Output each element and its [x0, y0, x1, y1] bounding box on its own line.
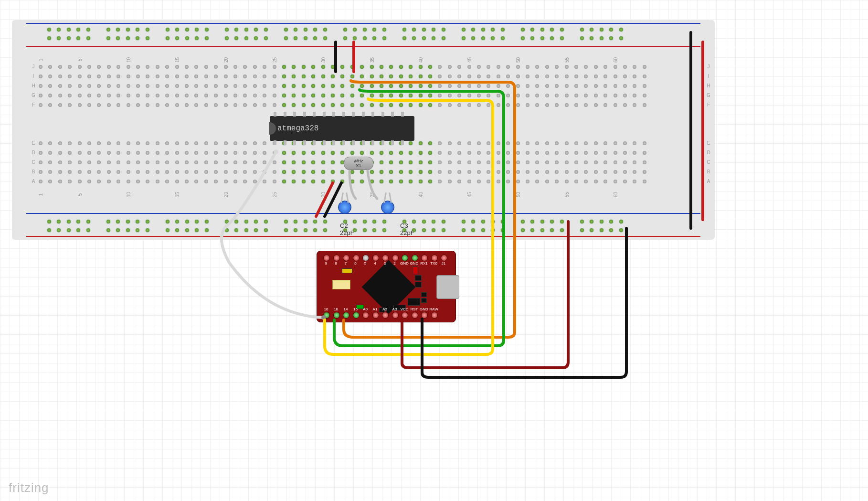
- breadboard-hole[interactable]: [419, 170, 423, 174]
- breadboard-hole[interactable]: [78, 75, 82, 78]
- breadboard-hole[interactable]: [399, 151, 403, 155]
- breadboard-hole[interactable]: [225, 28, 229, 32]
- chip-pin[interactable]: [313, 140, 316, 145]
- breadboard-hole[interactable]: [273, 103, 276, 107]
- mcu-pin-16[interactable]: [333, 312, 340, 319]
- breadboard-hole[interactable]: [205, 220, 209, 224]
- breadboard-hole[interactable]: [244, 228, 248, 232]
- breadboard-hole[interactable]: [321, 103, 325, 107]
- breadboard-hole[interactable]: [614, 84, 617, 88]
- breadboard-hole[interactable]: [156, 141, 159, 145]
- breadboard-hole[interactable]: [643, 170, 646, 174]
- breadboard-hole[interactable]: [540, 228, 544, 232]
- breadboard-hole[interactable]: [331, 65, 335, 69]
- chip-pin[interactable]: [293, 112, 296, 117]
- breadboard-hole[interactable]: [225, 220, 229, 224]
- breadboard-hole[interactable]: [419, 65, 423, 69]
- breadboard-hole[interactable]: [380, 65, 383, 69]
- mcu-pin-14[interactable]: [343, 312, 349, 319]
- breadboard-hole[interactable]: [580, 36, 584, 40]
- breadboard-hole[interactable]: [225, 228, 229, 232]
- breadboard-hole[interactable]: [399, 75, 403, 78]
- breadboard-hole[interactable]: [594, 180, 598, 183]
- breadboard-hole[interactable]: [600, 36, 603, 40]
- breadboard-hole[interactable]: [619, 220, 623, 224]
- breadboard-hole[interactable]: [516, 103, 520, 107]
- chip-pin[interactable]: [293, 140, 296, 145]
- breadboard-hole[interactable]: [126, 36, 130, 40]
- breadboard-hole[interactable]: [136, 84, 140, 88]
- breadboard-hole[interactable]: [497, 75, 500, 78]
- breadboard-hole[interactable]: [419, 94, 423, 97]
- breadboard-hole[interactable]: [323, 36, 327, 40]
- breadboard-hole[interactable]: [526, 94, 529, 97]
- breadboard-hole[interactable]: [565, 141, 569, 145]
- breadboard-hole[interactable]: [565, 170, 569, 174]
- chip-pin[interactable]: [371, 140, 374, 145]
- chip-pin[interactable]: [274, 112, 276, 117]
- breadboard-hole[interactable]: [87, 84, 91, 88]
- breadboard-hole[interactable]: [253, 151, 257, 155]
- breadboard-hole[interactable]: [467, 151, 471, 155]
- breadboard-hole[interactable]: [146, 228, 149, 232]
- breadboard-hole[interactable]: [136, 160, 140, 164]
- mcu-pin-rx1[interactable]: [421, 255, 428, 261]
- breadboard-hole[interactable]: [370, 65, 374, 69]
- breadboard-hole[interactable]: [574, 141, 578, 145]
- breadboard-hole[interactable]: [448, 84, 452, 88]
- breadboard-hole[interactable]: [302, 160, 306, 164]
- breadboard-hole[interactable]: [370, 103, 374, 107]
- breadboard-hole[interactable]: [302, 180, 306, 183]
- breadboard-hole[interactable]: [331, 151, 335, 155]
- breadboard-hole[interactable]: [540, 220, 544, 224]
- breadboard-hole[interactable]: [399, 94, 403, 97]
- breadboard-hole[interactable]: [526, 84, 529, 88]
- breadboard-hole[interactable]: [363, 220, 367, 224]
- breadboard-hole[interactable]: [545, 75, 549, 78]
- breadboard-hole[interactable]: [175, 84, 179, 88]
- breadboard-hole[interactable]: [47, 220, 51, 224]
- breadboard-hole[interactable]: [574, 151, 578, 155]
- breadboard-hole[interactable]: [370, 180, 374, 183]
- breadboard-hole[interactable]: [175, 151, 179, 155]
- breadboard-hole[interactable]: [422, 28, 426, 32]
- breadboard-hole[interactable]: [273, 84, 276, 88]
- breadboard-hole[interactable]: [47, 228, 51, 232]
- breadboard-hole[interactable]: [107, 65, 111, 69]
- breadboard-hole[interactable]: [185, 151, 189, 155]
- breadboard-hole[interactable]: [127, 94, 130, 97]
- breadboard-hole[interactable]: [619, 228, 623, 232]
- breadboard-hole[interactable]: [253, 94, 257, 97]
- breadboard-hole[interactable]: [399, 84, 403, 88]
- breadboard-hole[interactable]: [233, 75, 237, 78]
- breadboard-hole[interactable]: [175, 160, 179, 164]
- chip-pin[interactable]: [284, 112, 286, 117]
- breadboard-hole[interactable]: [428, 180, 432, 183]
- breadboard-hole[interactable]: [350, 151, 354, 155]
- breadboard-hole[interactable]: [253, 170, 257, 174]
- breadboard-hole[interactable]: [565, 75, 569, 78]
- breadboard-hole[interactable]: [382, 220, 386, 224]
- breadboard-hole[interactable]: [467, 141, 471, 145]
- chip-pin[interactable]: [401, 112, 404, 117]
- breadboard-hole[interactable]: [58, 160, 62, 164]
- breadboard-hole[interactable]: [477, 151, 481, 155]
- mcu-pin-gnd[interactable]: [402, 255, 408, 261]
- breadboard-hole[interactable]: [331, 180, 335, 183]
- breadboard-hole[interactable]: [39, 75, 42, 78]
- breadboard-hole[interactable]: [399, 180, 403, 183]
- breadboard-hole[interactable]: [600, 228, 603, 232]
- breadboard-hole[interactable]: [516, 151, 520, 155]
- breadboard-hole[interactable]: [419, 103, 423, 107]
- breadboard-hole[interactable]: [136, 151, 140, 155]
- breadboard-hole[interactable]: [477, 94, 481, 97]
- breadboard-hole[interactable]: [175, 141, 179, 145]
- breadboard-hole[interactable]: [233, 170, 237, 174]
- chip-pin[interactable]: [342, 140, 345, 145]
- breadboard-hole[interactable]: [419, 151, 423, 155]
- breadboard-hole[interactable]: [302, 151, 306, 155]
- chip-pin[interactable]: [332, 112, 335, 117]
- breadboard-hole[interactable]: [516, 141, 520, 145]
- breadboard-hole[interactable]: [370, 151, 374, 155]
- breadboard-hole[interactable]: [126, 28, 130, 32]
